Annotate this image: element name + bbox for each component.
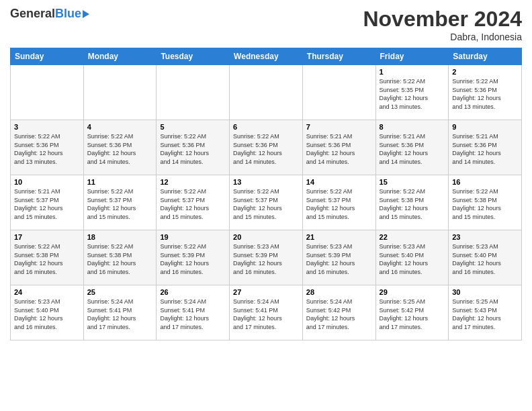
calendar-cell: 7Sunrise: 5:21 AM Sunset: 5:36 PM Daylig… [302, 120, 375, 175]
cell-sun-info: Sunrise: 5:22 AM Sunset: 5:37 PM Dayligh… [160, 187, 226, 221]
cell-sun-info: Sunrise: 5:22 AM Sunset: 5:35 PM Dayligh… [380, 77, 445, 111]
cell-sun-info: Sunrise: 5:24 AM Sunset: 5:42 PM Dayligh… [306, 298, 372, 331]
day-number: 12 [160, 178, 226, 186]
cell-sun-info: Sunrise: 5:22 AM Sunset: 5:36 PM Dayligh… [87, 132, 153, 166]
day-number: 20 [233, 233, 299, 241]
day-number: 3 [14, 123, 80, 131]
cell-sun-info: Sunrise: 5:24 AM Sunset: 5:41 PM Dayligh… [160, 298, 226, 331]
day-number: 14 [306, 178, 372, 186]
day-number: 29 [380, 288, 445, 296]
calendar-cell: 12Sunrise: 5:22 AM Sunset: 5:37 PM Dayli… [157, 175, 230, 230]
day-number: 5 [160, 123, 226, 131]
day-number: 22 [380, 233, 445, 241]
cell-sun-info: Sunrise: 5:25 AM Sunset: 5:42 PM Dayligh… [380, 298, 445, 331]
day-number: 21 [306, 233, 372, 241]
calendar-cell: 21Sunrise: 5:23 AM Sunset: 5:39 PM Dayli… [302, 230, 375, 285]
calendar-cell: 16Sunrise: 5:22 AM Sunset: 5:38 PM Dayli… [449, 175, 522, 230]
cell-sun-info: Sunrise: 5:22 AM Sunset: 5:38 PM Dayligh… [14, 242, 80, 276]
day-number: 17 [14, 233, 80, 241]
cell-sun-info: Sunrise: 5:22 AM Sunset: 5:36 PM Dayligh… [452, 77, 518, 111]
weekday-header: Friday [375, 48, 449, 65]
day-number: 28 [306, 288, 372, 296]
weekday-header: Tuesday [157, 48, 230, 65]
day-number: 11 [87, 178, 153, 186]
calendar-cell: 1Sunrise: 5:22 AM Sunset: 5:35 PM Daylig… [375, 65, 449, 120]
day-number: 30 [452, 288, 518, 296]
calendar-header-row: SundayMondayTuesdayWednesdayThursdayFrid… [11, 48, 522, 65]
calendar-cell: 23Sunrise: 5:23 AM Sunset: 5:40 PM Dayli… [449, 230, 522, 285]
title-block: November 2024 Dabra, Indonesia [363, 7, 522, 42]
day-number: 7 [306, 123, 372, 131]
cell-sun-info: Sunrise: 5:22 AM Sunset: 5:38 PM Dayligh… [87, 242, 153, 276]
cell-sun-info: Sunrise: 5:22 AM Sunset: 5:37 PM Dayligh… [87, 187, 153, 221]
day-number: 2 [452, 68, 518, 76]
cell-sun-info: Sunrise: 5:22 AM Sunset: 5:38 PM Dayligh… [452, 187, 518, 221]
cell-sun-info: Sunrise: 5:21 AM Sunset: 5:36 PM Dayligh… [306, 132, 372, 166]
calendar-table: SundayMondayTuesdayWednesdayThursdayFrid… [10, 48, 522, 340]
calendar-cell [302, 65, 375, 120]
cell-sun-info: Sunrise: 5:23 AM Sunset: 5:40 PM Dayligh… [452, 242, 518, 276]
calendar-row: 24Sunrise: 5:23 AM Sunset: 5:40 PM Dayli… [11, 285, 522, 340]
day-number: 9 [452, 123, 518, 131]
day-number: 8 [380, 123, 445, 131]
calendar-cell: 20Sunrise: 5:23 AM Sunset: 5:39 PM Dayli… [230, 230, 303, 285]
calendar-cell: 26Sunrise: 5:24 AM Sunset: 5:41 PM Dayli… [157, 285, 230, 340]
weekday-header: Thursday [302, 48, 375, 65]
calendar-cell: 4Sunrise: 5:22 AM Sunset: 5:36 PM Daylig… [83, 120, 157, 175]
location: Dabra, Indonesia [363, 32, 522, 42]
cell-sun-info: Sunrise: 5:21 AM Sunset: 5:37 PM Dayligh… [14, 187, 80, 221]
cell-sun-info: Sunrise: 5:23 AM Sunset: 5:40 PM Dayligh… [14, 298, 80, 331]
calendar-cell: 6Sunrise: 5:22 AM Sunset: 5:36 PM Daylig… [230, 120, 303, 175]
weekday-header: Saturday [449, 48, 522, 65]
day-number: 25 [87, 288, 153, 296]
cell-sun-info: Sunrise: 5:22 AM Sunset: 5:36 PM Dayligh… [14, 132, 80, 166]
calendar-cell: 14Sunrise: 5:22 AM Sunset: 5:37 PM Dayli… [302, 175, 375, 230]
calendar-cell [230, 65, 303, 120]
cell-sun-info: Sunrise: 5:22 AM Sunset: 5:37 PM Dayligh… [306, 187, 372, 221]
header: General Blue November 2024 Dabra, Indone… [10, 7, 522, 42]
cell-sun-info: Sunrise: 5:22 AM Sunset: 5:36 PM Dayligh… [233, 132, 299, 166]
calendar-cell [11, 65, 84, 120]
cell-sun-info: Sunrise: 5:25 AM Sunset: 5:43 PM Dayligh… [452, 298, 518, 331]
calendar-row: 17Sunrise: 5:22 AM Sunset: 5:38 PM Dayli… [11, 230, 522, 285]
logo-general-text: General [10, 7, 55, 21]
calendar-cell: 17Sunrise: 5:22 AM Sunset: 5:38 PM Dayli… [11, 230, 84, 285]
month-title: November 2024 [363, 7, 522, 32]
day-number: 26 [160, 288, 226, 296]
calendar-row: 1Sunrise: 5:22 AM Sunset: 5:35 PM Daylig… [11, 65, 522, 120]
calendar-cell: 3Sunrise: 5:22 AM Sunset: 5:36 PM Daylig… [11, 120, 84, 175]
calendar-cell: 19Sunrise: 5:22 AM Sunset: 5:39 PM Dayli… [157, 230, 230, 285]
calendar-cell: 28Sunrise: 5:24 AM Sunset: 5:42 PM Dayli… [302, 285, 375, 340]
weekday-header: Monday [83, 48, 157, 65]
calendar-row: 10Sunrise: 5:21 AM Sunset: 5:37 PM Dayli… [11, 175, 522, 230]
calendar-cell: 5Sunrise: 5:22 AM Sunset: 5:36 PM Daylig… [157, 120, 230, 175]
calendar-cell: 10Sunrise: 5:21 AM Sunset: 5:37 PM Dayli… [11, 175, 84, 230]
day-number: 13 [233, 178, 299, 186]
calendar-cell: 27Sunrise: 5:24 AM Sunset: 5:41 PM Dayli… [230, 285, 303, 340]
day-number: 6 [233, 123, 299, 131]
day-number: 16 [452, 178, 518, 186]
day-number: 4 [87, 123, 153, 131]
cell-sun-info: Sunrise: 5:22 AM Sunset: 5:37 PM Dayligh… [233, 187, 299, 221]
calendar-cell: 15Sunrise: 5:22 AM Sunset: 5:38 PM Dayli… [375, 175, 449, 230]
calendar-cell [157, 65, 230, 120]
weekday-header: Wednesday [230, 48, 303, 65]
calendar-cell: 29Sunrise: 5:25 AM Sunset: 5:42 PM Dayli… [375, 285, 449, 340]
day-number: 23 [452, 233, 518, 241]
logo: General Blue [10, 7, 89, 21]
calendar-cell: 30Sunrise: 5:25 AM Sunset: 5:43 PM Dayli… [449, 285, 522, 340]
day-number: 27 [233, 288, 299, 296]
calendar-cell [83, 65, 157, 120]
calendar-cell: 22Sunrise: 5:23 AM Sunset: 5:40 PM Dayli… [375, 230, 449, 285]
day-number: 19 [160, 233, 226, 241]
calendar-cell: 25Sunrise: 5:24 AM Sunset: 5:41 PM Dayli… [83, 285, 157, 340]
weekday-header: Sunday [11, 48, 84, 65]
cell-sun-info: Sunrise: 5:21 AM Sunset: 5:36 PM Dayligh… [380, 132, 445, 166]
page: General Blue November 2024 Dabra, Indone… [0, 0, 532, 411]
day-number: 24 [14, 288, 80, 296]
day-number: 1 [380, 68, 445, 76]
cell-sun-info: Sunrise: 5:23 AM Sunset: 5:39 PM Dayligh… [233, 242, 299, 276]
day-number: 18 [87, 233, 153, 241]
cell-sun-info: Sunrise: 5:21 AM Sunset: 5:36 PM Dayligh… [452, 132, 518, 166]
calendar-cell: 9Sunrise: 5:21 AM Sunset: 5:36 PM Daylig… [449, 120, 522, 175]
